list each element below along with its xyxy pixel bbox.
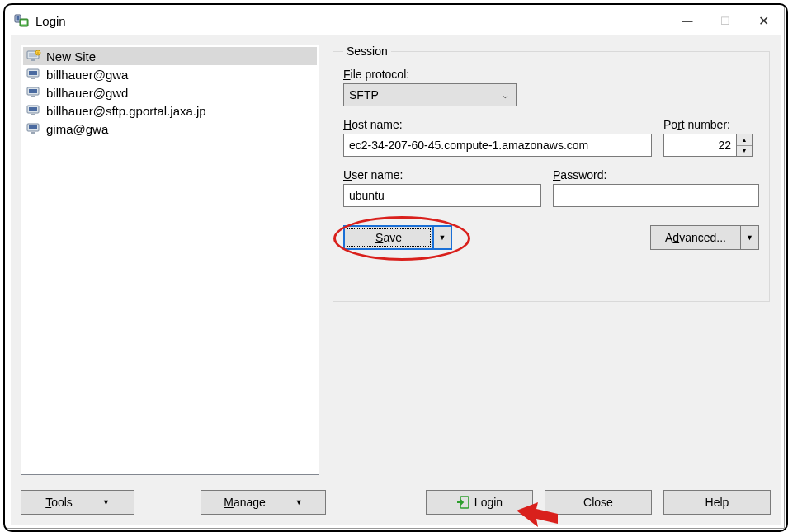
window-title: Login bbox=[35, 14, 66, 28]
svg-rect-6 bbox=[31, 59, 35, 61]
protocol-combo[interactable]: SFTP ⌵ bbox=[343, 83, 517, 106]
svg-rect-16 bbox=[31, 114, 35, 115]
host-input[interactable] bbox=[343, 134, 652, 157]
monitor-icon bbox=[26, 68, 41, 80]
tools-button[interactable]: Tools▼ bbox=[21, 490, 134, 515]
svg-rect-3 bbox=[21, 21, 27, 25]
monitor-icon bbox=[26, 50, 41, 62]
monitor-icon bbox=[26, 123, 41, 134]
site-item[interactable]: billhauer@sftp.gportal.jaxa.jp bbox=[23, 101, 317, 120]
advanced-dropdown-icon[interactable]: ▼ bbox=[741, 225, 759, 250]
chevron-down-icon: ⌵ bbox=[503, 90, 511, 101]
port-label: Port number: bbox=[663, 118, 759, 131]
app-icon bbox=[14, 13, 29, 28]
login-button[interactable]: Login bbox=[426, 490, 533, 515]
save-button[interactable]: Save ▼ bbox=[343, 225, 452, 250]
close-button[interactable]: Close bbox=[545, 490, 652, 515]
svg-rect-19 bbox=[31, 132, 35, 134]
maximize-button: ☐ bbox=[706, 8, 744, 33]
client-area: New Site billhauer@gwa billhauer@gwd bbox=[11, 35, 781, 525]
chevron-down-icon: ▼ bbox=[102, 498, 110, 506]
site-item-label: gima@gwa bbox=[46, 122, 108, 136]
svg-rect-15 bbox=[29, 107, 37, 111]
site-item[interactable]: billhauer@gwd bbox=[23, 83, 317, 101]
site-list[interactable]: New Site billhauer@gwa billhauer@gwd bbox=[21, 45, 319, 475]
svg-rect-10 bbox=[31, 78, 35, 79]
spinner-up-icon[interactable]: ▲ bbox=[737, 134, 752, 146]
monitor-icon bbox=[26, 105, 41, 116]
login-icon bbox=[456, 496, 469, 509]
close-label: Close bbox=[583, 496, 613, 509]
site-item[interactable]: gima@gwa bbox=[23, 120, 317, 138]
username-input[interactable] bbox=[343, 184, 541, 207]
login-dialog: Login — ☐ ✕ New Site billhauer@gwa bbox=[7, 7, 785, 529]
svg-rect-12 bbox=[29, 89, 37, 93]
session-legend: Session bbox=[343, 45, 391, 58]
close-window-button[interactable]: ✕ bbox=[744, 8, 782, 33]
chevron-down-icon: ▼ bbox=[295, 498, 303, 506]
svg-rect-9 bbox=[29, 71, 37, 75]
protocol-label: File protocol: bbox=[343, 68, 759, 81]
session-group: Session File protocol: SFTP ⌵ Host name:… bbox=[333, 45, 770, 302]
port-spinner[interactable]: ▲ ▼ bbox=[736, 134, 753, 157]
minimize-button[interactable]: — bbox=[668, 8, 706, 33]
manage-button[interactable]: Manage▼ bbox=[201, 490, 326, 515]
site-item-label: billhauer@gwa bbox=[46, 68, 128, 82]
site-item-label: billhauer@gwd bbox=[46, 86, 128, 100]
port-input[interactable] bbox=[663, 134, 736, 157]
site-item-label: New Site bbox=[46, 49, 96, 64]
monitor-icon bbox=[26, 87, 41, 98]
titlebar: Login — ☐ ✕ bbox=[7, 7, 784, 34]
site-item[interactable]: billhauer@gwa bbox=[23, 65, 317, 83]
svg-rect-1 bbox=[17, 16, 20, 21]
svg-rect-18 bbox=[29, 125, 37, 129]
help-button[interactable]: Help bbox=[663, 490, 771, 515]
host-label: Host name: bbox=[343, 118, 652, 131]
help-label: Help bbox=[705, 496, 729, 509]
svg-rect-13 bbox=[31, 96, 35, 97]
login-label: Login bbox=[474, 496, 503, 509]
user-label: User name: bbox=[343, 168, 541, 181]
advanced-button[interactable]: Advanced... ▼ bbox=[650, 225, 759, 250]
password-input[interactable] bbox=[553, 184, 759, 207]
save-dropdown-icon[interactable]: ▼ bbox=[434, 225, 452, 250]
password-label: Password: bbox=[553, 168, 759, 181]
site-item-new-site[interactable]: New Site bbox=[23, 47, 317, 65]
site-item-label: billhauer@sftp.gportal.jaxa.jp bbox=[46, 104, 206, 118]
spinner-down-icon[interactable]: ▼ bbox=[737, 146, 752, 157]
protocol-value: SFTP bbox=[349, 88, 379, 101]
